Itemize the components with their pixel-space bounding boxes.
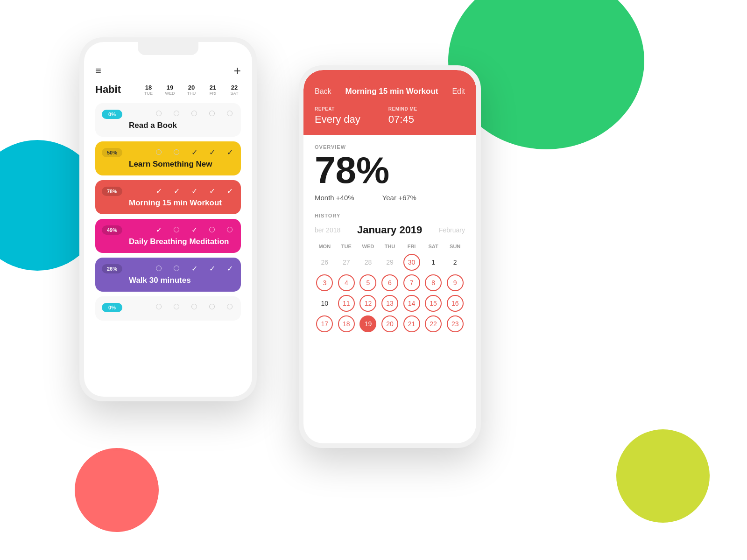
habit-name-workout: Morning 15 min Workout: [102, 198, 234, 208]
cal-cell-20[interactable]: 20: [380, 315, 400, 333]
check-3-learn: ✓: [190, 148, 199, 157]
cal-cell-15[interactable]: 15: [423, 294, 444, 313]
bg-salmon-shape: [75, 448, 159, 532]
phone-2-notch: [359, 70, 420, 83]
check-1-meditation: ✓: [154, 225, 163, 234]
check-4-workout: ✓: [207, 187, 217, 196]
date-day-2: WED: [163, 91, 176, 96]
habit-percent-meditation: 49%: [102, 225, 122, 235]
check-5-workout: ✓: [225, 187, 234, 196]
cal-cell-21[interactable]: 21: [402, 315, 422, 333]
check-4-learn: ✓: [207, 148, 217, 157]
habit-row-top-meditation: 49% ✓ ✓: [102, 225, 234, 234]
check-5-meditation: [225, 226, 234, 234]
cal-cell-8[interactable]: 8: [423, 273, 444, 292]
habit-row-top-workout: 78% ✓ ✓ ✓ ✓ ✓: [102, 187, 234, 196]
overview-percent: 78%: [315, 152, 465, 189]
check-4-read: [207, 110, 217, 118]
phone-2-meta: REPEAT Every day REMIND ME 07:45: [315, 103, 465, 126]
cal-cell-3[interactable]: 3: [315, 273, 335, 292]
check-5-read: [225, 110, 234, 118]
check-1-empty: [154, 303, 163, 311]
cal-cell-4[interactable]: 4: [337, 273, 357, 292]
cal-cell-19[interactable]: 19: [358, 315, 378, 333]
cal-cell-27: 27: [337, 253, 357, 272]
cal-cell-6[interactable]: 6: [380, 273, 400, 292]
date-col-4: 21 FRI: [206, 84, 219, 96]
check-3-walk: ✓: [190, 264, 199, 273]
habit-checks-read: [154, 110, 234, 118]
cal-cell-17[interactable]: 17: [315, 315, 335, 333]
remind-label: REMIND ME: [388, 106, 417, 112]
menu-icon[interactable]: ≡: [95, 65, 100, 77]
habit-percent-learn: 50%: [102, 148, 122, 157]
date-num-3: 20: [185, 84, 198, 91]
cal-header-fri: FRI: [402, 242, 422, 251]
cal-cell-18[interactable]: 18: [337, 315, 357, 333]
habit-percent-workout: 78%: [102, 187, 122, 196]
check-5-learn: ✓: [225, 148, 234, 157]
repeat-label: REPEAT: [315, 106, 360, 112]
check-4-meditation: [207, 226, 217, 234]
check-1-walk: [154, 265, 163, 273]
back-button[interactable]: Back: [315, 87, 331, 96]
habit-name-walk: Walk 30 minutes: [102, 276, 234, 285]
date-col-5: 22 SAT: [228, 84, 241, 96]
habit-row-learn[interactable]: 50% ✓ ✓ ✓ Learn Something New: [95, 141, 241, 175]
edit-button[interactable]: Edit: [452, 87, 465, 96]
habit-percent-read: 0%: [102, 110, 122, 119]
cal-cell-13[interactable]: 13: [380, 294, 400, 313]
cal-cell-12[interactable]: 12: [358, 294, 378, 313]
prev-month[interactable]: ber 2018: [315, 226, 340, 234]
habit-row-read[interactable]: 0% Read a Book: [95, 103, 241, 137]
date-day-3: THU: [185, 91, 198, 96]
cal-cell-1: 1: [423, 253, 444, 272]
habit-checks-meditation: ✓ ✓: [154, 225, 234, 234]
cal-cell-29: 29: [380, 253, 400, 272]
check-3-workout: ✓: [190, 187, 199, 196]
date-day-5: SAT: [228, 91, 241, 96]
date-col-1: 18 TUE: [142, 84, 155, 96]
phone-1-header: ≡ +: [95, 55, 241, 84]
habit-row-top-learn: 50% ✓ ✓ ✓: [102, 148, 234, 157]
overview-stats: Month +40% Year +67%: [315, 194, 465, 202]
cal-cell-7[interactable]: 7: [402, 273, 422, 292]
check-2-workout: ✓: [172, 187, 181, 196]
check-4-walk: ✓: [207, 264, 217, 273]
cal-header-tue: TUE: [337, 242, 357, 251]
date-num-5: 22: [228, 84, 241, 91]
habit-row-meditation[interactable]: 49% ✓ ✓ Daily Breathing Meditation: [95, 219, 241, 253]
calendar-grid: MON TUE WED THU FRI SAT SUN 26 27 28 29 …: [315, 242, 465, 333]
remind-value: 07:45: [388, 113, 414, 125]
habit-row-empty[interactable]: 0%: [95, 296, 241, 321]
check-1-workout: ✓: [154, 187, 163, 196]
cal-cell-23[interactable]: 23: [445, 315, 465, 333]
cal-cell-30[interactable]: 30: [402, 253, 422, 272]
check-3-empty: [190, 303, 199, 311]
cal-cell-5[interactable]: 5: [358, 273, 378, 292]
date-header: Habit 18 TUE 19 WED 20 THU 21: [95, 84, 241, 96]
check-2-learn: [172, 148, 181, 157]
cal-cell-14[interactable]: 14: [402, 294, 422, 313]
check-3-read: [190, 110, 199, 118]
check-2-walk: [172, 265, 181, 273]
cal-header-sun: SUN: [445, 242, 465, 251]
add-icon[interactable]: +: [234, 63, 241, 78]
habit-column-label: Habit: [95, 84, 142, 96]
cal-cell-9[interactable]: 9: [445, 273, 465, 292]
date-col-2: 19 WED: [163, 84, 176, 96]
cal-cell-28: 28: [358, 253, 378, 272]
remind-item: REMIND ME 07:45: [388, 106, 417, 126]
cal-header-thu: THU: [380, 242, 400, 251]
date-col-3: 20 THU: [185, 84, 198, 96]
next-month[interactable]: February: [439, 226, 465, 234]
cal-cell-16[interactable]: 16: [445, 294, 465, 313]
cal-cell-22[interactable]: 22: [423, 315, 444, 333]
month-stat: Month +40%: [315, 194, 354, 202]
check-1-read: [154, 110, 163, 118]
cal-cell-11[interactable]: 11: [337, 294, 357, 313]
habit-row-workout[interactable]: 78% ✓ ✓ ✓ ✓ ✓ Morning 15 min Workout: [95, 180, 241, 214]
check-5-walk: ✓: [225, 264, 234, 273]
habit-row-walk[interactable]: 26% ✓ ✓ ✓ Walk 30 minutes: [95, 258, 241, 292]
calendar-nav: ber 2018 January 2019 February: [315, 224, 465, 236]
